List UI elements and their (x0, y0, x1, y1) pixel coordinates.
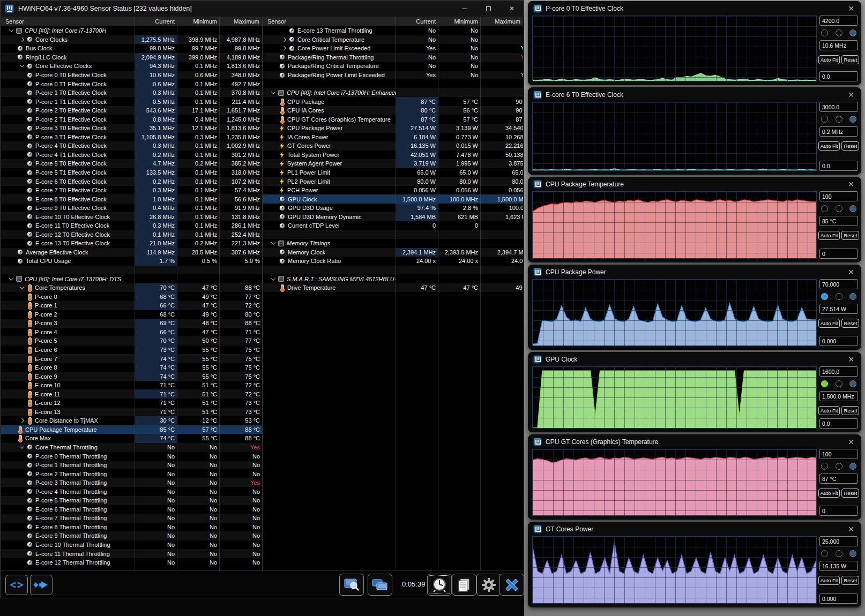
monitors-button[interactable] (368, 574, 392, 596)
graph-style-radio[interactable] (849, 293, 856, 300)
reset-button[interactable]: Reset (841, 141, 859, 151)
logging-clock-button[interactable] (427, 574, 452, 596)
sensor-settings-button[interactable] (339, 574, 364, 596)
sensor-row[interactable]: P-core 1 T1 Effective Clock0.5 MHz0.1 MH… (1, 97, 262, 106)
sensor-row[interactable]: P-core 1 T0 Effective Clock0.3 MHz0.1 MH… (1, 88, 262, 97)
sensor-row[interactable]: Total CPU Usage1.7 %0.5 %5.0 % (1, 257, 262, 266)
sensor-row[interactable]: Average Effective Clock114.9 MHz28.5 MHz… (1, 248, 262, 257)
sensor-row[interactable]: E-core 9 T0 Effective Clock0.4 MHz0.1 MH… (1, 204, 262, 213)
sensor-row[interactable]: P-core 5 Thermal ThrottlingNoNoNo (1, 496, 262, 505)
maximize-button[interactable] (476, 1, 500, 17)
reset-button[interactable]: Reset (841, 576, 859, 585)
graph-plot-area[interactable] (532, 16, 817, 81)
expand-chevron-icon[interactable] (269, 91, 278, 94)
sensor-row[interactable]: E-core 11 T0 Effective Clock0.3 MHz0.1 M… (1, 221, 262, 230)
panel-titlebar[interactable]: CPU Package Temperature✕ (528, 177, 861, 191)
sensor-row[interactable]: P-core 570 °C50 °C77 °C (1, 336, 262, 345)
section-row[interactable]: S.M.A.R.T.: SAMSUNG MZVL4512HBLU-00... (263, 274, 523, 283)
graph-style-radio[interactable] (836, 463, 842, 470)
sensor-row[interactable]: E-core 1371 °C51 °C73 °C (1, 408, 262, 417)
panel-titlebar[interactable]: CPU Package Power✕ (528, 265, 861, 279)
scale-max-input[interactable]: 70.000 (819, 279, 858, 289)
sensor-row[interactable]: Package/Ring Power Limit ExceededYesNoYe… (263, 71, 523, 80)
graph-style-radio[interactable] (849, 463, 856, 470)
reset-button[interactable]: Reset (841, 406, 859, 415)
sensor-row[interactable]: P-core 2 Thermal ThrottlingNoNoNo (1, 469, 262, 478)
graph-plot-area[interactable] (532, 449, 817, 516)
sensor-row[interactable]: E-core 8 T0 Effective Clock1.0 MHz0.1 MH… (1, 194, 262, 204)
graph-style-radio[interactable] (821, 463, 828, 470)
sensor-row[interactable]: PCH Power0.056 W0.056 W0.056 W (263, 186, 523, 195)
expand-chevron-icon[interactable] (279, 47, 289, 50)
sensor-row[interactable]: P-core 0 T0 Effective Clock10.6 MHz0.6 M… (1, 71, 262, 80)
scale-max-input[interactable]: 100 (819, 449, 858, 459)
graph-style-radio[interactable] (849, 550, 856, 557)
sensor-row[interactable]: E-core 10 T0 Effective Clock26.8 MHz0.1 … (1, 212, 262, 221)
sensor-row[interactable]: CPU Package Temperature85 °C57 °C88 °C (1, 425, 262, 434)
expand-chevron-icon[interactable] (17, 286, 27, 289)
sensor-row[interactable]: E-core 974 °C55 °C75 °C (1, 372, 262, 381)
expand-chevron-icon[interactable] (269, 277, 278, 281)
settings-button[interactable] (476, 574, 501, 596)
panel-close-icon[interactable]: ✕ (846, 91, 856, 99)
sensor-row[interactable]: P-core 5 T0 Effective Clock4.7 MHz0.2 MH… (1, 159, 262, 168)
sensor-row[interactable]: Core Clocks1,275.5 MHz398.9 MHz4,987.8 M… (1, 35, 262, 44)
sensor-row[interactable]: E-core 774 °C55 °C75 °C (1, 354, 262, 363)
graph-style-radio[interactable] (821, 380, 828, 387)
graph-style-radio[interactable] (821, 550, 828, 557)
swap-panes-button[interactable] (5, 575, 28, 595)
sensor-row[interactable]: E-core 6 Thermal ThrottlingNoNoNo (1, 505, 262, 514)
sensor-row[interactable]: Core Thermal ThrottlingNoNoYes (1, 443, 262, 452)
section-row[interactable]: CPU [#0]: Intel Core i7-13700H (1, 26, 262, 35)
sensor-row[interactable]: P-core 3 T0 Effective Clock35.1 MHz12.1 … (1, 124, 262, 133)
sensor-row[interactable]: Drive Temperature47 °C47 °C49 °C (263, 283, 523, 292)
sensor-row[interactable]: E-core 874 °C55 °C75 °C (1, 363, 262, 372)
expand-chevron-icon[interactable] (6, 29, 16, 32)
auto-fit-button[interactable]: Auto Fit (818, 231, 840, 240)
graph-plot-area[interactable] (532, 366, 817, 429)
sensor-row[interactable]: GPU Clock1,500.0 MHz100.0 MHz1,500.0 MHz (263, 194, 523, 204)
reset-button[interactable]: Reset (841, 231, 859, 240)
report-button[interactable] (452, 574, 476, 596)
scale-min-input[interactable]: 0.000 (819, 594, 858, 604)
panel-close-icon[interactable]: ✕ (846, 525, 856, 534)
section-row[interactable]: Memory Timings (263, 239, 523, 248)
sensor-row[interactable]: Core Distance to TjMAX30 °C12 °C53 °C (1, 416, 262, 425)
sensor-row[interactable]: Memory Clock2,394.1 MHz2,393.5 MHz2,394.… (263, 248, 523, 257)
graph-plot-area[interactable] (532, 102, 817, 171)
expand-chevron-icon[interactable] (6, 277, 16, 281)
sensor-row[interactable]: P-core 0 Thermal ThrottlingNoNoNo (1, 452, 262, 461)
scale-min-input[interactable]: 0.0 (819, 161, 858, 171)
scale-max-input[interactable]: 3000.0 (819, 102, 858, 112)
reset-button[interactable]: Reset (841, 489, 859, 498)
graph-style-radio[interactable] (836, 550, 842, 557)
sensor-row[interactable]: E-core 13 Thermal ThrottlingNoNoNo (263, 26, 523, 35)
auto-fit-button[interactable]: Auto Fit (818, 319, 840, 328)
graph-style-radio[interactable] (821, 205, 828, 212)
exit-button[interactable] (499, 574, 524, 596)
sensor-row[interactable]: P-core 4 T1 Effective Clock0.2 MHz0.1 MH… (1, 151, 262, 160)
expand-chevron-icon[interactable] (269, 242, 278, 245)
graph-style-radio[interactable] (836, 293, 842, 300)
graph-plot-area[interactable] (532, 191, 817, 259)
close-button[interactable]: ✕ (500, 1, 524, 17)
sensor-row[interactable]: E-core 1171 °C51 °C72 °C (1, 389, 262, 399)
panel-titlebar[interactable]: E-core 6 T0 Effective Clock✕ (528, 88, 861, 102)
graph-plot-area[interactable] (532, 536, 817, 604)
sensor-row[interactable]: P-core 5 T1 Effective Clock133.5 MHz0.1 … (1, 168, 262, 177)
section-row[interactable]: CPU [#0]: Intel Core i7-13700H: Enhanced (263, 88, 523, 97)
panel-close-icon[interactable]: ✕ (846, 4, 856, 13)
sensor-row[interactable]: System Agent Power3.719 W1.995 W3.875 W (263, 159, 523, 168)
expand-chevron-icon[interactable] (279, 38, 289, 41)
sensor-row[interactable]: GPU D3D Memory Dynamic1,584 MB621 MB1,62… (263, 212, 523, 221)
panel-titlebar[interactable]: GT Cores Power✕ (528, 522, 861, 536)
sensor-row[interactable]: P-core 466 °C47 °C71 °C (1, 328, 262, 337)
sensor-row[interactable]: P-core 369 °C48 °C88 °C (1, 319, 262, 328)
panel-titlebar[interactable]: GPU Clock✕ (528, 352, 861, 366)
graph-style-radio[interactable] (836, 380, 842, 387)
sensor-row[interactable]: GT Cores Power16.135 W0.015 W22.216 W (263, 141, 523, 151)
graph-style-radio[interactable] (836, 29, 842, 36)
graph-plot-area[interactable] (532, 279, 817, 346)
sensor-row[interactable]: CPU IA Cores80 °C56 °C90 °C (263, 106, 523, 115)
panel-titlebar[interactable]: P-core 0 T0 Effective Clock✕ (528, 2, 861, 16)
